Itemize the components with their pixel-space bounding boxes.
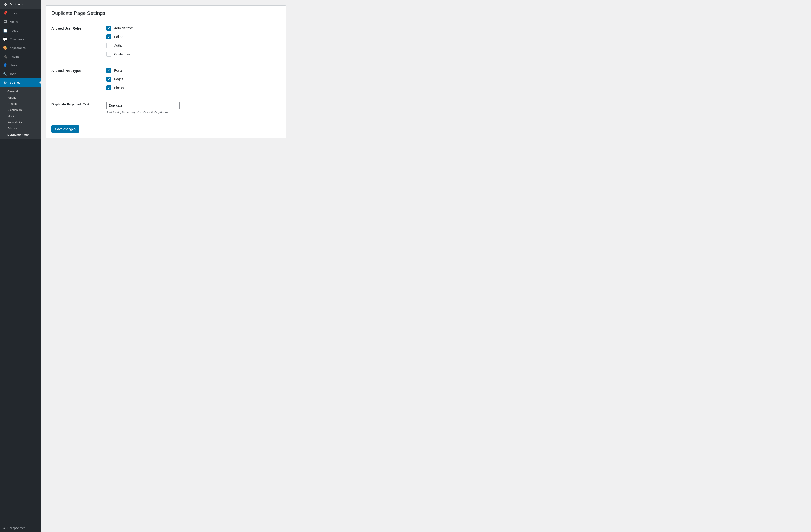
- checkbox-label-administrator: Administrator: [114, 26, 133, 30]
- checkbox-label-contributor: Contributor: [114, 52, 130, 56]
- collapse-menu-button[interactable]: ◀ Collapse menu: [0, 524, 41, 532]
- sidebar: ⊙ Dashboard📌 Posts🖼 Media📄 Pages💬 Commen…: [0, 0, 41, 532]
- sidebar-item-label: Posts: [10, 12, 17, 15]
- link-text-label: Duplicate Page Link Text: [51, 101, 97, 106]
- checkbox-contributor[interactable]: Contributor: [106, 52, 280, 57]
- sidebar-item-appearance[interactable]: 🎨 Appearance: [0, 44, 41, 52]
- sidebar-item-label: Users: [10, 64, 17, 67]
- submenu-item-media[interactable]: Media: [0, 113, 41, 119]
- tools-icon: 🔧: [3, 72, 7, 76]
- checkbox-box-contributor[interactable]: [106, 52, 111, 57]
- checkbox-administrator[interactable]: Administrator: [106, 26, 280, 31]
- sidebar-item-pages[interactable]: 📄 Pages: [0, 26, 41, 35]
- sidebar-item-label: Dashboard: [10, 3, 24, 6]
- post-types-content: PostsPagesBlocks: [106, 68, 280, 90]
- link-text-description: Text for duplicate page link. Default: D…: [106, 111, 280, 114]
- link-text-content: Text for duplicate page link. Default: D…: [106, 101, 280, 114]
- plugins-icon: 🔌: [3, 54, 7, 59]
- sidebar-item-label: Plugins: [10, 55, 19, 58]
- checkbox-label-posts: Posts: [114, 68, 122, 72]
- sidebar-item-users[interactable]: 👤 Users: [0, 61, 41, 69]
- save-button[interactable]: Save changes: [51, 125, 79, 132]
- sidebar-item-label: Settings: [10, 81, 20, 84]
- sidebar-item-label: Comments: [10, 37, 24, 41]
- page-title: Duplicate Page Settings: [51, 10, 280, 16]
- checkbox-editor[interactable]: Editor: [106, 34, 280, 40]
- checkbox-box-pages[interactable]: [106, 77, 111, 82]
- sidebar-item-label: Tools: [10, 72, 16, 76]
- submenu-item-duplicate-page[interactable]: Duplicate Page: [0, 131, 41, 138]
- submenu-item-discussion[interactable]: Discussion: [0, 107, 41, 113]
- submenu-item-privacy[interactable]: Privacy: [0, 125, 41, 131]
- comments-icon: 💬: [3, 37, 7, 41]
- checkbox-box-posts[interactable]: [106, 68, 111, 73]
- sidebar-item-label: Pages: [10, 29, 18, 32]
- sidebar-item-posts[interactable]: 📌 Posts: [0, 9, 41, 17]
- settings-icon: ⚙: [3, 80, 7, 84]
- submenu-item-writing[interactable]: Writing: [0, 94, 41, 100]
- sidebar-item-label: Media: [10, 20, 18, 24]
- checkbox-box-blocks[interactable]: [106, 85, 111, 90]
- link-text-input[interactable]: [106, 101, 180, 109]
- collapse-icon: ◀: [3, 526, 5, 530]
- checkbox-label-pages: Pages: [114, 77, 123, 81]
- checkbox-box-editor[interactable]: [106, 34, 111, 40]
- users-icon: 👤: [3, 63, 7, 67]
- link-text-row: Duplicate Page Link Text Text for duplic…: [46, 96, 286, 120]
- sidebar-item-settings[interactable]: ⚙ Settings: [0, 78, 41, 87]
- collapse-label: Collapse menu: [7, 526, 27, 530]
- user-roles-label: Allowed User Roles: [51, 26, 97, 30]
- sidebar-main-nav: ⊙ Dashboard📌 Posts🖼 Media📄 Pages💬 Commen…: [0, 0, 41, 524]
- submenu-item-general[interactable]: General: [0, 88, 41, 94]
- submenu-item-reading[interactable]: Reading: [0, 100, 41, 107]
- post-types-label: Allowed Post Types: [51, 68, 97, 73]
- sidebar-item-label: Appearance: [10, 46, 26, 50]
- sidebar-item-plugins[interactable]: 🔌 Plugins: [0, 52, 41, 61]
- checkbox-label-blocks: Blocks: [114, 86, 124, 90]
- user-roles-content: AdministratorEditorAuthorContributor: [106, 26, 280, 57]
- posts-icon: 📌: [3, 11, 7, 15]
- settings-panel: Duplicate Page Settings Allowed User Rol…: [46, 5, 286, 138]
- pages-icon: 📄: [3, 28, 7, 32]
- sidebar-item-media[interactable]: 🖼 Media: [0, 17, 41, 26]
- checkbox-box-author[interactable]: [106, 43, 111, 48]
- appearance-icon: 🎨: [3, 46, 7, 50]
- checkbox-label-editor: Editor: [114, 35, 123, 38]
- sidebar-item-comments[interactable]: 💬 Comments: [0, 35, 41, 44]
- settings-body: Allowed User Roles AdministratorEditorAu…: [46, 20, 286, 138]
- checkbox-posts[interactable]: Posts: [106, 68, 280, 73]
- media-icon: 🖼: [3, 20, 7, 24]
- settings-submenu: GeneralWritingReadingDiscussionMediaPerm…: [0, 87, 41, 139]
- dashboard-icon: ⊙: [3, 2, 7, 6]
- main-content: Duplicate Page Settings Allowed User Rol…: [41, 0, 811, 532]
- checkbox-pages[interactable]: Pages: [106, 77, 280, 82]
- checkbox-author[interactable]: Author: [106, 43, 280, 48]
- submenu-item-permalinks[interactable]: Permalinks: [0, 119, 41, 125]
- panel-header: Duplicate Page Settings: [46, 6, 286, 20]
- sidebar-item-dashboard[interactable]: ⊙ Dashboard: [0, 0, 41, 9]
- post-types-checkboxes: PostsPagesBlocks: [106, 68, 280, 90]
- checkbox-label-author: Author: [114, 44, 124, 47]
- user-roles-row: Allowed User Roles AdministratorEditorAu…: [46, 20, 286, 62]
- post-types-row: Allowed Post Types PostsPagesBlocks: [46, 62, 286, 96]
- sidebar-item-tools[interactable]: 🔧 Tools: [0, 69, 41, 78]
- user-roles-checkboxes: AdministratorEditorAuthorContributor: [106, 26, 280, 57]
- checkbox-blocks[interactable]: Blocks: [106, 85, 280, 90]
- checkbox-box-administrator[interactable]: [106, 26, 111, 31]
- save-row: Save changes: [46, 120, 286, 138]
